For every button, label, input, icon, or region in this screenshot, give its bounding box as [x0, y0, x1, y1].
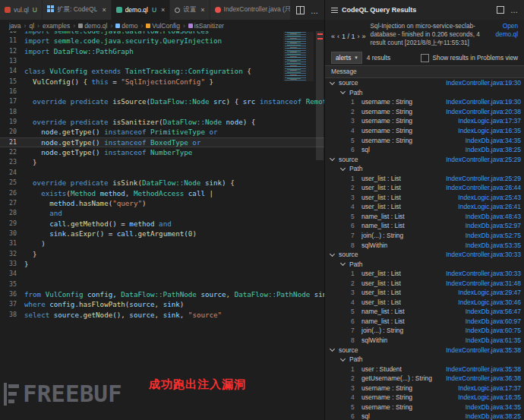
code-line[interactable]: 36from VulConfig config, DataFlow::PathN… — [0, 289, 324, 299]
breadcrumb-item-ql[interactable]: ql — [29, 22, 34, 30]
minimap[interactable] — [283, 32, 314, 81]
step-location-link[interactable]: IndexLogic.java:16:35 — [453, 393, 521, 401]
breadcrumb-item-examples[interactable]: examples — [43, 22, 70, 30]
result-source-row[interactable]: sourceIndexController.java:19:30 — [325, 78, 524, 88]
code-line[interactable]: 33} — [0, 259, 324, 269]
path-row[interactable]: Path — [325, 164, 524, 174]
path-row[interactable]: Path — [325, 355, 524, 365]
step-location-link[interactable]: IndexDb.java:60:75 — [461, 327, 521, 334]
code-line[interactable]: 35 — [0, 279, 324, 289]
code-line[interactable]: 32 } — [0, 249, 324, 259]
path-step-row[interactable]: 2getUsername(...) : StringIndexControlle… — [325, 374, 524, 384]
step-location-link[interactable]: IndexDb.java:34:35 — [461, 403, 521, 411]
result-location-link[interactable]: IndexController.java:35:38 — [441, 346, 521, 354]
code-line[interactable]: 19 override predicate isSanitizer(DataFl… — [0, 117, 324, 127]
tab-4[interactable]: 设置 — [170, 0, 210, 20]
code-editor[interactable]: 10import semmle.code.java.dataflow.FlowS… — [0, 31, 324, 420]
breadcrumb-item-isSanitizer[interactable]: isSanitizer — [188, 22, 224, 30]
path-step-row[interactable]: 5name_list : ListIndexDb.java:56:47 — [325, 307, 524, 317]
step-location-link[interactable]: IndexController.java:35:38 — [441, 365, 521, 373]
path-step-row[interactable]: 6sqlIndexDb.java:38:25 — [325, 412, 524, 420]
breadcrumb-item-demo.ql[interactable]: demo.ql — [78, 22, 107, 30]
code-line[interactable]: 12import DataFlow::PathGraph — [0, 46, 324, 56]
result-source-row[interactable]: sourceIndexController.java:35:38 — [325, 345, 524, 355]
code-line[interactable]: 21 node.getType() instanceof BoxedType o… — [0, 137, 324, 147]
step-location-link[interactable]: IndexLogic.java:17:37 — [453, 384, 521, 392]
code-line[interactable]: 20 node.getType() instanceof PrimitiveTy… — [0, 127, 324, 137]
step-location-link[interactable]: IndexController.java:31:48 — [441, 279, 521, 287]
maximize-panel-icon[interactable] — [497, 6, 504, 14]
step-location-link[interactable]: IndexLogic.java:29:47 — [453, 289, 521, 296]
path-step-row[interactable]: 1user_list : ListIndexController.java:30… — [325, 269, 524, 279]
split-editor-icon[interactable] — [296, 6, 305, 14]
last-page-icon[interactable]: » — [362, 33, 366, 40]
step-location-link[interactable]: IndexLogic.java:26:41 — [453, 203, 521, 210]
path-step-row[interactable]: 4user_list : ListIndexLogic.java:30:46 — [325, 298, 524, 308]
path-step-row[interactable]: 6name_list : ListIndexDb.java:60:97 — [325, 317, 524, 327]
result-location-link[interactable]: IndexController.java:30:33 — [441, 251, 521, 258]
step-location-link[interactable]: IndexController.java:20:38 — [441, 108, 521, 115]
path-step-row[interactable]: 5username : StringIndexDb.java:34:35 — [325, 403, 524, 412]
path-step-row[interactable]: 1user : StudentIndexController.java:35:3… — [325, 364, 524, 374]
chevron-down-icon[interactable] — [330, 80, 335, 85]
step-location-link[interactable]: IndexDb.java:48:43 — [461, 213, 521, 220]
code-line[interactable]: 25 override predicate isSink(DataFlow::N… — [0, 178, 324, 188]
prev-page-icon[interactable]: ‹ — [337, 33, 339, 40]
step-location-link[interactable]: IndexDb.java:38:25 — [461, 412, 521, 420]
path-step-row[interactable]: 5username : StringIndexDb.java:34:35 — [325, 135, 524, 145]
code-line[interactable]: 29 call.getMethod() = method and — [0, 219, 324, 229]
path-step-row[interactable]: 6name_list : ListIndexDb.java:52:97 — [325, 221, 524, 231]
path-step-row[interactable]: 3username : StringIndexLogic.java:17:37 — [325, 116, 524, 126]
code-line[interactable]: 17 override predicate isSource(DataFlow:… — [0, 96, 324, 106]
path-step-row[interactable]: 5name_list : ListIndexDb.java:48:43 — [325, 212, 524, 222]
tab-5[interactable]: IndexController.java (只读) — [210, 0, 290, 20]
chevron-down-icon[interactable] — [340, 261, 346, 266]
path-step-row[interactable]: 2user_list : ListIndexController.java:26… — [325, 183, 524, 193]
step-location-link[interactable]: IndexDb.java:34:35 — [461, 137, 521, 144]
scrollbar-thumb[interactable] — [316, 31, 324, 160]
step-location-link[interactable]: IndexController.java:19:30 — [441, 98, 521, 106]
code-line[interactable]: 15 VulConfig() { this = "SqlInjectionCon… — [0, 77, 324, 87]
close-tab-icon[interactable] — [161, 6, 165, 14]
path-step-row[interactable]: 7join(...) : StringIndexDb.java:60:75 — [325, 326, 524, 336]
code-line[interactable]: 34 — [0, 269, 324, 279]
path-step-row[interactable]: 6sqlIndexDb.java:38:25 — [325, 145, 524, 155]
path-step-row[interactable]: 3username : StringIndexLogic.java:17:37 — [325, 384, 524, 393]
chevron-down-icon[interactable] — [330, 156, 335, 161]
step-location-link[interactable]: IndexLogic.java:30:46 — [453, 298, 521, 306]
code-line[interactable]: 30 sink.asExpr() = call.getArgument(0) — [0, 229, 324, 238]
path-step-row[interactable]: 3user_list : ListIndexLogic.java:25:43 — [325, 193, 524, 203]
code-line[interactable]: 18 — [0, 107, 324, 117]
tab-1[interactable]: vul.qlU — [0, 0, 43, 20]
path-step-row[interactable]: 2user_list : ListIndexController.java:31… — [325, 278, 524, 288]
open-query-link[interactable]: Open demo.ql — [488, 22, 518, 50]
next-page-icon[interactable]: › — [358, 33, 360, 40]
step-location-link[interactable]: IndexDb.java:61:35 — [461, 336, 521, 344]
code-line[interactable]: 27 method.hasName("query") — [0, 198, 324, 208]
code-line[interactable]: 37where config.hasFlowPath(source, sink) — [0, 299, 324, 309]
chevron-down-icon[interactable] — [340, 166, 346, 171]
panel-more-icon[interactable] — [510, 6, 518, 14]
code-line[interactable]: 11import semmle.code.java.security.Query… — [0, 36, 324, 46]
chevron-down-icon[interactable] — [330, 251, 335, 257]
tab-3[interactable]: demo.qlU — [112, 0, 171, 20]
code-line[interactable]: 24 — [0, 168, 324, 178]
code-line[interactable]: 28 and — [0, 208, 324, 218]
result-location-link[interactable]: IndexController.java:25:29 — [441, 156, 521, 163]
chevron-down-icon[interactable] — [340, 356, 346, 362]
result-source-row[interactable]: sourceIndexController.java:30:33 — [325, 250, 524, 260]
step-location-link[interactable]: IndexLogic.java:16:35 — [453, 127, 521, 134]
breadcrumb-item-java[interactable]: java — [9, 22, 21, 30]
code-line[interactable]: 26 exists(Method method, MethodAccess ca… — [0, 188, 324, 198]
step-location-link[interactable]: IndexController.java:30:33 — [441, 270, 521, 277]
path-step-row[interactable]: 4user_list : ListIndexLogic.java:26:41 — [325, 202, 524, 212]
step-location-link[interactable]: IndexDb.java:56:47 — [461, 308, 521, 315]
step-location-link[interactable]: IndexLogic.java:17:37 — [453, 117, 521, 125]
chevron-down-icon[interactable] — [340, 89, 346, 94]
path-step-row[interactable]: 4username : StringIndexLogic.java:16:35 — [325, 126, 524, 136]
step-location-link[interactable]: IndexLogic.java:25:43 — [453, 194, 521, 201]
step-location-link[interactable]: IndexDb.java:53:35 — [461, 242, 521, 249]
result-source-row[interactable]: sourceIndexController.java:25:29 — [325, 154, 524, 164]
breadcrumb-item-VulConfig[interactable]: VulConfig — [146, 22, 180, 30]
view-select[interactable]: alerts ▾ — [331, 52, 362, 64]
